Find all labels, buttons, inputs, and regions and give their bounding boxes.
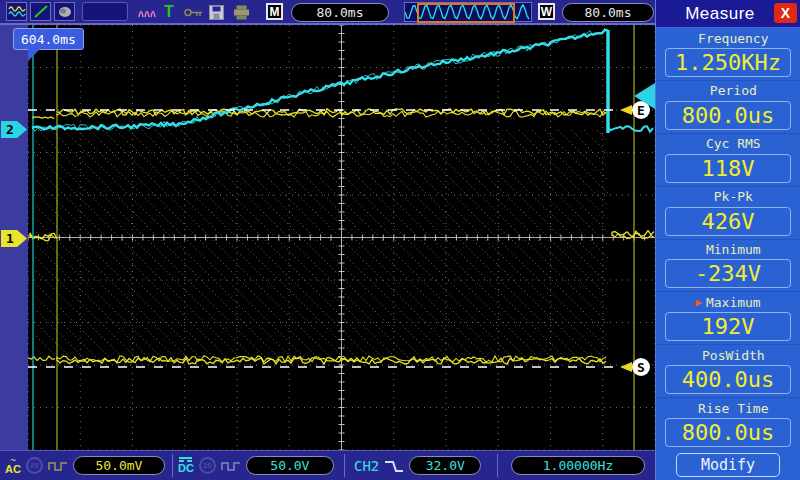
- window-zoom-preview[interactable]: [404, 2, 532, 22]
- trigger-badge-label: T: [164, 3, 174, 21]
- divider: [172, 454, 173, 477]
- modify-row: Modify: [656, 450, 800, 480]
- panel-title: Measure: [685, 4, 755, 24]
- measurement-item[interactable]: ▶Rise Time 800.0us: [656, 398, 800, 450]
- diagonal-line-icon: [33, 4, 49, 19]
- floppy-icon: [209, 5, 224, 20]
- ch1-coupling-label: AC: [5, 464, 21, 475]
- trigger-status-group: CH2 32.0V: [354, 451, 481, 480]
- ch2-marker-label: 2: [6, 122, 14, 137]
- ch1-scale-value: 50.0mV: [95, 458, 142, 473]
- trigger-source-label[interactable]: CH2: [354, 458, 379, 474]
- snapshot-icon[interactable]: [54, 2, 75, 21]
- measurement-label: Minimum: [706, 242, 761, 257]
- graticule-area: ES: [28, 25, 655, 450]
- ch2-squarewave-icon: [221, 460, 241, 472]
- window-selection-box[interactable]: [417, 3, 515, 23]
- svg-text:S: S: [637, 360, 645, 375]
- ch2-position-marker[interactable]: 2: [1, 121, 27, 138]
- measurement-value: 426V: [665, 207, 791, 236]
- measurement-item[interactable]: ▶Frequency 1.250KHz: [656, 28, 800, 81]
- falling-edge-icon: [384, 458, 404, 474]
- ch1-squarewave-icon: [48, 460, 68, 472]
- line-tool-icon[interactable]: [30, 2, 51, 21]
- close-label: X: [781, 5, 790, 21]
- w-badge-label: W: [541, 5, 552, 19]
- top-toolbar: T M 80: [0, 0, 655, 25]
- ch2-coupling-icon[interactable]: DC: [178, 457, 194, 474]
- measurement-item[interactable]: ▶Minimum -234V: [656, 240, 800, 293]
- divider: [497, 454, 498, 477]
- measurement-item[interactable]: ▶Period 800.0us: [656, 81, 800, 134]
- ch2-coupling-label: DC: [178, 463, 194, 474]
- measurement-value: 800.0us: [665, 418, 791, 447]
- trigger-level-value: 32.0V: [426, 458, 465, 473]
- measure-panel: Measure X ▶Frequency 1.250KHz ▶Period 80…: [655, 0, 800, 480]
- ch1-position-marker[interactable]: 1: [1, 230, 27, 247]
- key-icon: [184, 7, 204, 18]
- ch1-bandwidth-label: 20: [30, 461, 39, 470]
- frequency-counter-readout: 1.00000Hz: [511, 456, 645, 475]
- close-icon[interactable]: X: [774, 3, 797, 23]
- measurement-value: -234V: [665, 259, 791, 288]
- empty-slot: [82, 2, 128, 21]
- selection-arrow-icon: ▶: [695, 296, 702, 309]
- window-timebase-badge: W: [538, 3, 555, 20]
- ch1-marker-label: 1: [6, 231, 14, 246]
- measurement-value: 192V: [665, 312, 791, 341]
- measure-panel-titlebar: Measure X: [656, 0, 800, 28]
- waveform-display: ES: [28, 25, 655, 450]
- blob-icon: [57, 5, 73, 19]
- ch1-coupling-icon[interactable]: ~ AC: [5, 456, 21, 475]
- trigger-menu-icon[interactable]: T: [164, 1, 174, 23]
- measurement-list: ▶Frequency 1.250KHz ▶Period 800.0us ▶Cyc…: [656, 28, 800, 450]
- main-timebase-badge: M: [266, 3, 283, 20]
- measurement-value: 118V: [665, 154, 791, 183]
- measurement-item[interactable]: ▶PosWidth 400.0us: [656, 345, 800, 398]
- measurement-label: Rise Time: [698, 401, 768, 416]
- dual-wave-icon: [8, 5, 26, 19]
- dc-solid-line: [179, 457, 192, 459]
- measurement-label: Cyc RMS: [706, 136, 761, 151]
- time-position-tag: 604.0ms: [13, 28, 84, 50]
- ch2-scale-readout[interactable]: 50.0V: [246, 456, 334, 475]
- lock-key-icon[interactable]: [184, 1, 204, 23]
- ch2-bandwidth-label: 20: [203, 461, 212, 470]
- measurement-label: Maximum: [706, 295, 761, 310]
- printer-icon: [233, 5, 250, 20]
- ch2-bandwidth-icon[interactable]: 20: [199, 457, 216, 474]
- print-button[interactable]: [233, 1, 250, 23]
- trigger-level-readout[interactable]: 32.0V: [409, 456, 481, 475]
- waveform-math-icon[interactable]: [138, 1, 160, 23]
- svg-text:E: E: [637, 103, 645, 118]
- measurement-label: Pk-Pk: [714, 189, 753, 204]
- time-position-value: 604.0ms: [21, 32, 76, 47]
- main-timebase-value: 80.0ms: [317, 5, 364, 20]
- measurement-label: Frequency: [698, 31, 768, 46]
- status-bar: ~ AC 20 50.0mV DC 20: [0, 450, 655, 480]
- frequency-counter-value: 1.00000Hz: [543, 458, 613, 473]
- ch1-scale-readout[interactable]: 50.0mV: [73, 456, 165, 475]
- modify-button[interactable]: Modify: [676, 453, 780, 477]
- measurement-label: Period: [710, 83, 757, 98]
- measurement-value: 1.250KHz: [665, 48, 791, 77]
- window-timebase-readout: 80.0ms: [562, 3, 654, 22]
- measurement-item[interactable]: ▶Pk-Pk 426V: [656, 187, 800, 240]
- measurement-label: PosWidth: [702, 348, 765, 363]
- divider: [344, 454, 345, 477]
- left-marker-strip: 2 1: [0, 25, 28, 450]
- ch1-bandwidth-icon[interactable]: 20: [26, 457, 43, 474]
- measurement-item[interactable]: ▶Maximum 192V: [656, 292, 800, 345]
- measurement-value: 800.0us: [665, 101, 791, 130]
- m-badge-label: M: [270, 5, 280, 19]
- pink-pulse-icon: [138, 4, 160, 20]
- save-button[interactable]: [209, 1, 224, 23]
- ch2-scale-value: 50.0V: [270, 458, 309, 473]
- channel-waves-icon[interactable]: [6, 2, 27, 21]
- window-timebase-value: 80.0ms: [585, 5, 632, 20]
- ch1-status-group: ~ AC 20 50.0mV: [5, 451, 165, 480]
- ch2-status-group: DC 20 50.0V: [178, 451, 334, 480]
- time-tag-pointer: [28, 48, 41, 61]
- frequency-counter-group: 1.00000Hz: [511, 451, 645, 480]
- measurement-item[interactable]: ▶Cyc RMS 118V: [656, 134, 800, 187]
